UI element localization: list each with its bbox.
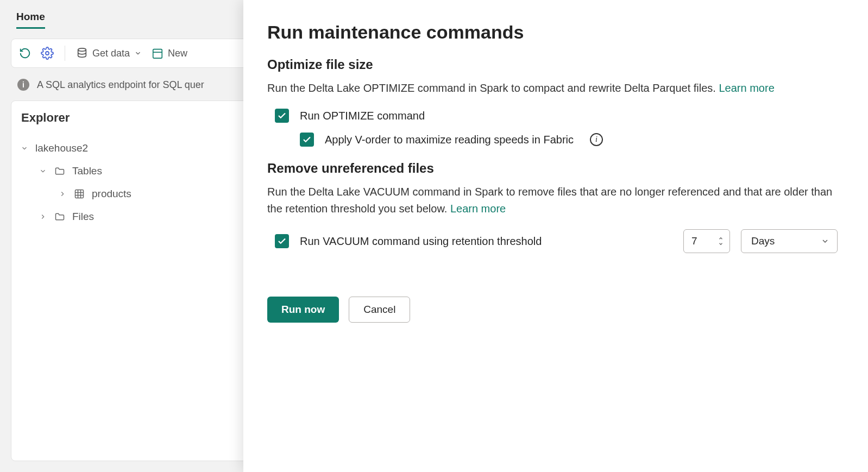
vacuum-description: Run the Delta Lake VACUUM command in Spa… [267, 184, 838, 217]
optimize-desc-text: Run the Delta Lake OPTIMIZE command in S… [267, 82, 719, 94]
chevron-up-icon [718, 236, 724, 241]
tab-home[interactable]: Home [16, 11, 45, 29]
info-icon[interactable]: i [590, 133, 603, 146]
chevron-down-icon [39, 167, 47, 175]
chevron-down-icon [821, 237, 829, 246]
database-icon [76, 47, 88, 59]
get-data-button[interactable]: Get data [76, 47, 142, 59]
cancel-button[interactable]: Cancel [349, 297, 410, 323]
cancel-label: Cancel [363, 304, 395, 316]
run-now-button[interactable]: Run now [267, 297, 339, 323]
stepper-arrows[interactable] [718, 236, 729, 247]
run-vacuum-label: Run VACUUM command using retention thres… [300, 235, 542, 248]
svg-point-0 [46, 52, 49, 55]
retention-unit-label: Days [751, 235, 775, 247]
chevron-down-icon [20, 144, 29, 152]
optimize-description: Run the Delta Lake OPTIMIZE command in S… [267, 80, 838, 97]
vacuum-learn-more-link[interactable]: Learn more [450, 203, 506, 215]
folder-icon [54, 211, 66, 222]
run-optimize-checkbox-row[interactable]: Run OPTIMIZE command [267, 109, 838, 123]
tree-tables-label: Tables [72, 165, 102, 177]
refresh-icon [19, 47, 31, 59]
refresh-button[interactable] [19, 47, 31, 59]
chevron-right-icon [58, 190, 67, 198]
checkbox-checked-icon[interactable] [300, 133, 314, 147]
checkbox-checked-icon[interactable] [275, 234, 289, 248]
new-button[interactable]: New [152, 47, 187, 59]
gear-icon [41, 47, 54, 60]
new-label: New [168, 48, 187, 59]
tab-home-label: Home [16, 11, 45, 22]
explorer-title: Explorer [21, 111, 70, 125]
vacuum-heading: Remove unreferenced files [267, 161, 838, 176]
vacuum-desc-text: Run the Delta Lake VACUUM command in Spa… [267, 186, 832, 215]
get-data-label: Get data [92, 48, 130, 59]
info-icon: i [17, 79, 29, 91]
run-now-label: Run now [281, 304, 325, 316]
chevron-down-icon [134, 49, 142, 57]
chevron-right-icon [39, 213, 47, 221]
maintenance-panel: Run maintenance commands Optimize file s… [243, 0, 868, 472]
info-bar-text: A SQL analytics endpoint for SQL quer [37, 79, 204, 91]
run-optimize-label: Run OPTIMIZE command [300, 110, 425, 122]
retention-value: 7 [691, 235, 697, 247]
table-icon [73, 188, 85, 199]
folder-icon [54, 166, 66, 177]
panel-title: Run maintenance commands [267, 22, 838, 43]
retention-value-stepper[interactable]: 7 [683, 229, 730, 253]
svg-rect-2 [153, 49, 162, 59]
apply-vorder-label: Apply V-order to maximize reading speeds… [325, 134, 574, 146]
panel-footer: Run now Cancel [267, 297, 838, 323]
optimize-learn-more-link[interactable]: Learn more [719, 82, 774, 94]
retention-unit-select[interactable]: Days [741, 229, 838, 253]
calendar-icon [152, 47, 163, 59]
optimize-heading: Optimize file size [267, 57, 838, 72]
svg-rect-7 [76, 190, 84, 198]
tree-root-label: lakehouse2 [35, 142, 88, 154]
checkbox-checked-icon[interactable] [275, 109, 289, 123]
tree-files-label: Files [72, 211, 94, 223]
toolbar-separator [65, 46, 65, 61]
chevron-down-icon [718, 241, 724, 247]
tree-item-label: products [92, 188, 131, 200]
settings-button[interactable] [41, 47, 54, 60]
svg-point-1 [78, 48, 86, 52]
apply-vorder-checkbox-row[interactable]: Apply V-order to maximize reading speeds… [267, 133, 838, 147]
